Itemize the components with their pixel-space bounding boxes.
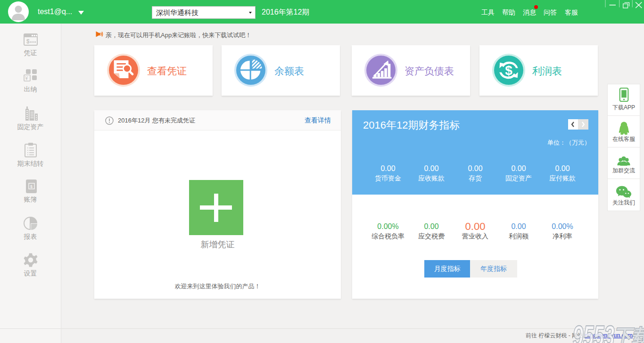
svg-text:$: $: [505, 63, 512, 78]
svg-text:¥: ¥: [25, 76, 28, 81]
svg-text:$: $: [26, 38, 30, 45]
svg-text:下载: 下载: [614, 325, 644, 343]
svg-text:$: $: [30, 184, 33, 189]
svg-text:9553: 9553: [573, 322, 614, 343]
